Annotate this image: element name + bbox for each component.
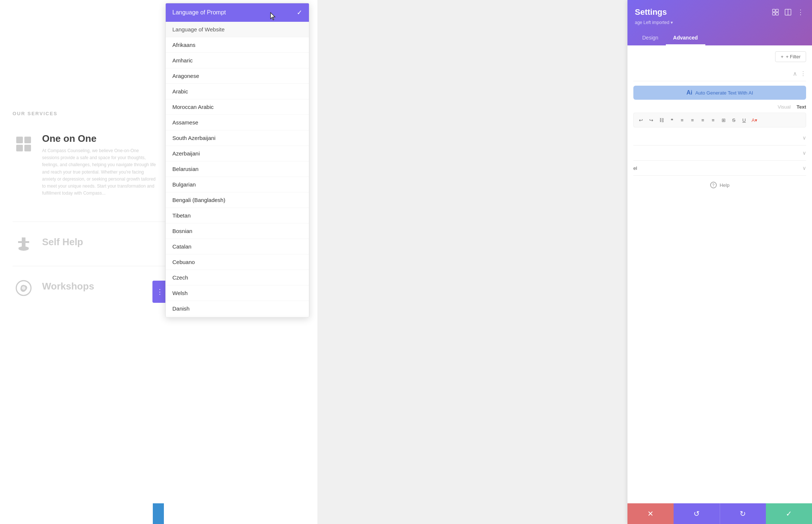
editor-toolbar: ↩ ↪ ⛓ ❝ ≡ ≡ ≡ ≡ ⊞ S U A▾ xyxy=(633,113,806,127)
toolbar-align-right[interactable]: ≡ xyxy=(699,116,707,124)
settings-header-top: Settings ⋮ xyxy=(635,7,805,17)
filter-plus-icon: + xyxy=(781,54,784,59)
more-section-icon[interactable]: ⋮ xyxy=(800,70,806,77)
dropdown-item-afrikaans[interactable]: Afrikaans xyxy=(166,37,309,53)
service-workshops: Workshops xyxy=(13,277,94,299)
dropdown-item-bosnian[interactable]: Bosnian xyxy=(166,223,309,239)
bottom-left-btn[interactable] xyxy=(153,503,164,524)
dropdown-item-belarusian[interactable]: Belarusian xyxy=(166,161,309,177)
svg-rect-8 xyxy=(776,9,778,12)
svg-rect-2 xyxy=(16,145,23,151)
dropdown-item-bengali-bangladesh[interactable]: Bengali (Bangladesh) xyxy=(166,192,309,208)
accordion-header-2[interactable]: ∨ xyxy=(633,150,806,156)
tab-advanced[interactable]: Advanced xyxy=(666,31,705,45)
section-row-main: ∧ ⋮ xyxy=(633,66,806,81)
accordion-section-2: ∨ xyxy=(633,145,806,161)
toolbar-strikethrough[interactable]: S xyxy=(730,116,738,124)
help-icon[interactable]: ? xyxy=(710,182,717,188)
cancel-button[interactable]: ✕ xyxy=(627,503,674,524)
dropdown-item-tibetan[interactable]: Tibetan xyxy=(166,208,309,223)
dropdown-item-welsh[interactable]: Welsh xyxy=(166,285,309,301)
toolbar-underline[interactable]: U xyxy=(740,116,748,124)
expand-section-icon[interactable]: ∧ xyxy=(793,70,797,77)
ai-icon: Ai xyxy=(687,89,692,96)
layout-icon[interactable] xyxy=(784,8,792,16)
dropdown-item-danish[interactable]: Danish xyxy=(166,301,309,316)
toolbar-align-justify[interactable]: ≡ xyxy=(709,116,717,124)
dropdown-item-azerbaijani[interactable]: Azerbaijani xyxy=(166,146,309,161)
cancel-icon: ✕ xyxy=(647,509,654,518)
ai-button-label: Auto Generate Text With AI xyxy=(695,90,753,96)
help-label: Help xyxy=(720,182,730,188)
workshops-icon xyxy=(13,277,35,299)
toolbar-align-left[interactable]: ≡ xyxy=(678,116,686,124)
more-options-icon[interactable]: ⋮ xyxy=(796,8,805,16)
dropdown-item-arabic[interactable]: Arabic xyxy=(166,84,309,99)
text-tab[interactable]: Text xyxy=(796,104,806,110)
accordion-header-1[interactable]: ∨ xyxy=(633,135,806,141)
services-label: OUR SERVICES xyxy=(13,111,58,116)
confirm-button[interactable]: ✓ xyxy=(766,503,812,524)
svg-rect-9 xyxy=(773,13,775,15)
dropdown-item-amharic[interactable]: Amharic xyxy=(166,53,309,68)
toolbar-table[interactable]: ⊞ xyxy=(719,116,727,124)
redo-icon: ↻ xyxy=(740,509,746,518)
dropdown-item-german[interactable]: German xyxy=(166,316,309,317)
dropdown-item-assamese[interactable]: Assamese xyxy=(166,115,309,130)
workshops-title: Workshops xyxy=(42,277,94,292)
dropdown-selected-item[interactable]: Language of Prompt ✓ xyxy=(166,3,309,22)
dropdown-item-aragonese[interactable]: Aragonese xyxy=(166,68,309,84)
undo-button[interactable]: ↺ xyxy=(674,503,720,524)
redo-button[interactable]: ↻ xyxy=(720,503,766,524)
one-on-one-content: One on One At Compass Counseling, we bel… xyxy=(42,133,156,197)
ai-generate-button[interactable]: Ai Auto Generate Text With AI xyxy=(633,86,806,100)
settings-panel: Settings ⋮ xyxy=(627,0,812,524)
dropdown-item-czech[interactable]: Czech xyxy=(166,270,309,285)
settings-header-icons: ⋮ xyxy=(771,8,805,16)
expand-icon[interactable] xyxy=(771,8,780,16)
undo-icon: ↺ xyxy=(694,509,700,518)
dropdown-item-bulgarian[interactable]: Bulgarian xyxy=(166,177,309,192)
one-on-one-title: One on One xyxy=(42,133,156,144)
toolbar-quote[interactable]: ❝ xyxy=(668,116,676,124)
toolbar-align-center[interactable]: ≡ xyxy=(688,116,696,124)
settings-header: Settings ⋮ xyxy=(627,0,812,45)
accordion-chevron-3: ∨ xyxy=(802,165,806,171)
language-dropdown[interactable]: Language of Prompt ✓ Language of Website… xyxy=(165,3,309,318)
accordion-header-3[interactable]: el ∨ xyxy=(633,165,806,171)
toolbar-link[interactable]: ⛓ xyxy=(657,116,665,124)
filter-button[interactable]: + + Filter xyxy=(775,51,806,62)
one-on-one-icon xyxy=(13,133,35,155)
toolbar-undo[interactable]: ↩ xyxy=(637,116,645,124)
visual-tab[interactable]: Visual xyxy=(778,104,791,110)
handle-icon: ⋮ xyxy=(156,288,163,296)
accordion-title-3: el xyxy=(633,165,637,171)
dropdown-checkmark-icon: ✓ xyxy=(297,8,302,17)
filter-row: + + Filter xyxy=(633,51,806,62)
settings-tabs: Design Advanced xyxy=(635,31,805,45)
self-help-title: Self Help xyxy=(42,233,83,248)
action-buttons: ✕ ↺ ↻ ✓ xyxy=(627,503,812,524)
svg-rect-3 xyxy=(24,145,31,151)
toolbar-redo[interactable]: ↪ xyxy=(647,116,655,124)
dropdown-item-south-azerbaijani[interactable]: South Azerbaijani xyxy=(166,130,309,146)
toolbar-color[interactable]: A▾ xyxy=(750,116,758,124)
help-row: ? Help xyxy=(633,176,806,194)
dropdown-item-moroccan-arabic[interactable]: Moroccan Arabic xyxy=(166,99,309,115)
svg-rect-7 xyxy=(773,9,775,12)
dropdown-item-cebuano[interactable]: Cebuano xyxy=(166,254,309,270)
one-on-one-desc: At Compass Counseling, we believe One-on… xyxy=(42,147,156,197)
svg-point-6 xyxy=(22,286,25,290)
dropdown-item-catalan[interactable]: Catalan xyxy=(166,239,309,254)
tab-design[interactable]: Design xyxy=(635,31,666,45)
settings-body: + + Filter ∧ ⋮ Ai Auto Generate Text Wit… xyxy=(627,45,812,200)
dropdown-item-website-language[interactable]: Language of Website xyxy=(166,22,309,37)
svg-rect-1 xyxy=(24,137,31,143)
dropdown-selected-label: Language of Prompt xyxy=(172,9,226,16)
left-panel-handle[interactable]: ⋮ xyxy=(152,281,167,303)
svg-rect-10 xyxy=(776,13,778,15)
settings-subtitle: age Left imported ▾ xyxy=(635,20,805,25)
visual-text-tabs: Visual Text xyxy=(633,104,806,110)
dropdown-list: Language of Website Afrikaans Amharic Ar… xyxy=(166,22,309,317)
accordion-chevron-2: ∨ xyxy=(802,150,806,156)
